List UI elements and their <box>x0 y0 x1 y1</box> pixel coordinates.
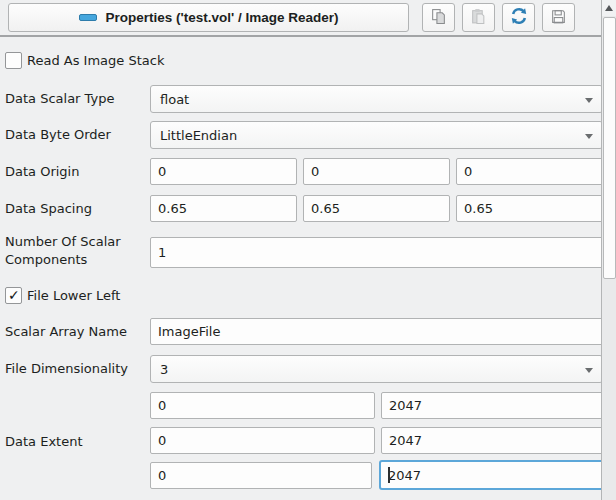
data-extent-z-min-input[interactable] <box>150 462 372 489</box>
file-lower-left-checkbox[interactable] <box>5 287 22 304</box>
chevron-down-icon <box>585 134 593 139</box>
properties-header-button[interactable]: Properties ('test.vol' / Image Reader) <box>8 3 409 32</box>
data-extent-x-min-input[interactable] <box>150 392 375 419</box>
data-byte-order-label: Data Byte Order <box>5 127 111 143</box>
scalar-array-name-input[interactable] <box>150 318 603 345</box>
arrow-up-icon <box>605 5 613 11</box>
reload-properties-button[interactable] <box>502 3 535 32</box>
file-dimensionality-label: File Dimensionality <box>5 361 128 377</box>
data-extent-z-max-input[interactable] <box>379 460 604 490</box>
copy-properties-button[interactable] <box>422 3 455 32</box>
data-extent-x-max-input[interactable] <box>381 392 603 419</box>
data-extent-y-min-input[interactable] <box>150 427 375 454</box>
data-extent-label: Data Extent <box>5 434 83 450</box>
text-cursor <box>388 467 390 483</box>
header-divider <box>0 35 601 37</box>
file-dimensionality-value: 3 <box>160 362 168 377</box>
data-scalar-type-dropdown[interactable]: float <box>150 85 603 113</box>
data-byte-order-dropdown[interactable]: LittleEndian <box>150 121 603 149</box>
file-lower-left-label: File Lower Left <box>27 288 120 304</box>
scrollbar-thumb[interactable] <box>603 17 616 279</box>
data-origin-label: Data Origin <box>5 164 79 180</box>
data-origin-z-input[interactable] <box>456 158 603 185</box>
data-extent-y-max-input[interactable] <box>381 427 603 454</box>
read-as-image-stack-label: Read As Image Stack <box>27 53 164 69</box>
data-byte-order-value: LittleEndian <box>160 128 237 143</box>
read-as-image-stack-checkbox[interactable] <box>5 52 22 69</box>
save-icon <box>550 8 567 28</box>
refresh-icon <box>510 7 528 28</box>
number-of-scalar-components-input[interactable] <box>150 237 603 268</box>
data-spacing-label: Data Spacing <box>5 201 92 217</box>
data-origin-y-input[interactable] <box>303 158 450 185</box>
properties-title: Properties ('test.vol' / Image Reader) <box>106 10 339 25</box>
properties-panel: Properties ('test.vol' / Image Reader) <box>0 0 616 500</box>
scalar-array-name-label: Scalar Array Name <box>5 324 127 340</box>
data-origin-x-input[interactable] <box>150 158 297 185</box>
chevron-down-icon <box>585 368 593 373</box>
chevron-down-icon <box>585 98 593 103</box>
save-defaults-button[interactable] <box>542 3 575 32</box>
data-scalar-type-value: float <box>160 92 189 107</box>
copy-icon <box>430 8 447 28</box>
vertical-scrollbar[interactable] <box>601 0 616 500</box>
paste-icon <box>470 8 487 28</box>
number-of-scalar-components-label: Number Of Scalar Components <box>5 233 145 269</box>
data-scalar-type-label: Data Scalar Type <box>5 91 114 107</box>
file-dimensionality-dropdown[interactable]: 3 <box>150 355 603 383</box>
paste-properties-button[interactable] <box>462 3 495 32</box>
properties-dash-icon <box>79 14 97 21</box>
scrollbar-up-button[interactable] <box>602 0 616 16</box>
data-spacing-y-input[interactable] <box>303 195 450 222</box>
data-spacing-x-input[interactable] <box>150 195 297 222</box>
data-spacing-z-input[interactable] <box>456 195 603 222</box>
